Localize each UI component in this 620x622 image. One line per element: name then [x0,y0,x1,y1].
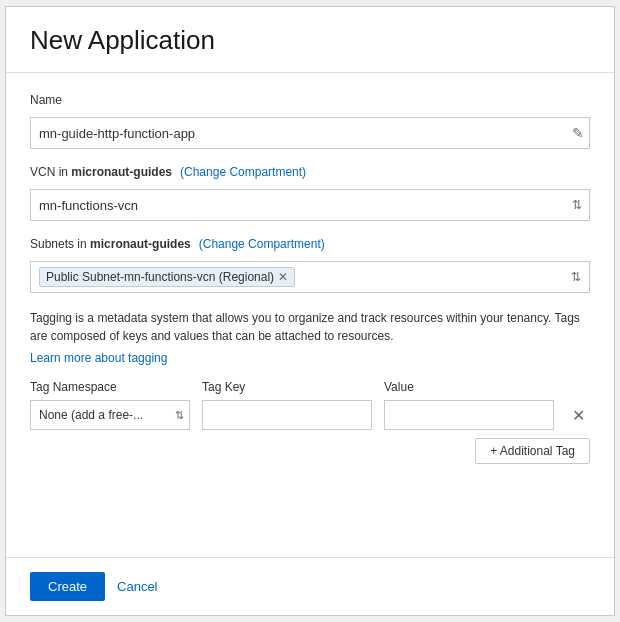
tag-remove-button[interactable]: ✕ [566,403,590,427]
create-button[interactable]: Create [30,572,105,601]
subnets-select-box[interactable]: Public Subnet-mn-functions-vcn (Regional… [30,261,590,293]
subnets-change-compartment-link[interactable]: (Change Compartment) [199,237,325,251]
tag-namespace-header: Tag Namespace [30,380,117,394]
subnets-field-group: Subnets in micronaut-guides (Change Comp… [30,237,590,293]
vcn-select-wrapper: mn-functions-vcn ⇅ [30,189,590,221]
vcn-change-compartment-link[interactable]: (Change Compartment) [180,165,306,179]
vcn-label: VCN in micronaut-guides [30,165,172,179]
dialog-body: Name ✎ VCN in micronaut-guides (Change C… [6,73,614,557]
additional-tag-button[interactable]: + Additional Tag [475,438,590,464]
subnet-tag-remove-icon[interactable]: ✕ [278,271,288,283]
vcn-field-group: VCN in micronaut-guides (Change Compartm… [30,165,590,221]
subnets-chevron-icon: ⇅ [571,270,581,284]
tag-namespace-select-wrapper: None (add a free-... ⇅ [30,400,190,430]
subnet-tag-text: Public Subnet-mn-functions-vcn (Regional… [46,270,274,284]
vcn-select[interactable]: mn-functions-vcn [30,189,590,221]
edit-icon: ✎ [572,125,584,141]
cancel-button[interactable]: Cancel [117,579,157,594]
tag-value-header: Value [384,380,414,394]
tag-namespace-select[interactable]: None (add a free-... [30,400,190,430]
tag-value-input[interactable] [384,400,554,430]
tagging-learn-more-link[interactable]: Learn more about tagging [30,351,590,365]
vcn-compartment-name: micronaut-guides [71,165,172,179]
name-input-wrapper: ✎ [30,117,590,149]
tag-row-header: Tag Namespace Tag Key Value [30,379,590,394]
dialog-header: New Application [6,7,614,73]
subnet-tag: Public Subnet-mn-functions-vcn (Regional… [39,267,295,287]
new-application-dialog: New Application Name ✎ VCN in micronaut-… [5,6,615,616]
name-input[interactable] [30,117,590,149]
subnets-compartment-name: micronaut-guides [90,237,191,251]
tag-key-header: Tag Key [202,380,245,394]
tagging-description: Tagging is a metadata system that allows… [30,309,590,345]
name-label: Name [30,93,62,107]
tag-row: None (add a free-... ⇅ ✕ [30,400,590,430]
subnets-label: Subnets in micronaut-guides [30,237,191,251]
additional-tag-row: + Additional Tag [30,438,590,464]
name-field-group: Name ✎ [30,93,590,149]
page-title: New Application [30,25,590,56]
tag-key-input[interactable] [202,400,372,430]
dialog-footer: Create Cancel [6,557,614,615]
